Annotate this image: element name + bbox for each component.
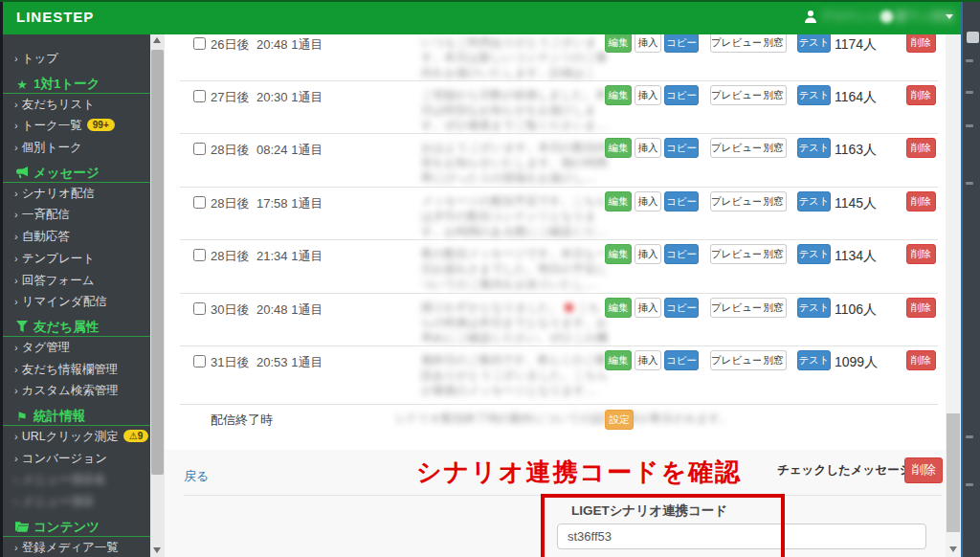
- sidebar-item-conversion[interactable]: ›コンバージョン: [3, 448, 150, 470]
- sidebar-item-masked-1[interactable]: ›メニュー項目名: [3, 469, 150, 491]
- edit-button[interactable]: 編集: [605, 298, 632, 318]
- edit-button[interactable]: 編集: [605, 191, 632, 212]
- copy-button[interactable]: コピー: [664, 298, 699, 318]
- set-button[interactable]: 設定: [605, 410, 634, 430]
- insert-button[interactable]: 挿入: [635, 244, 661, 264]
- recipient-count: 1145人: [835, 195, 877, 212]
- message-preview-masked: 残りわずかとなりました。 こちらの特典は本日までとなります。お早めにご確認くださ…: [421, 300, 609, 345]
- new-window-button[interactable]: 別窓: [761, 191, 787, 212]
- row-checkbox[interactable]: [193, 37, 206, 50]
- edit-button[interactable]: 編集: [605, 85, 632, 105]
- insert-button[interactable]: 挿入: [635, 138, 661, 158]
- insert-button[interactable]: 挿入: [635, 298, 661, 318]
- delete-button[interactable]: 削除: [906, 298, 936, 318]
- preview-button[interactable]: プレビュー: [710, 298, 762, 318]
- new-window-button[interactable]: 別窓: [761, 34, 787, 53]
- row-checkbox[interactable]: [193, 143, 206, 155]
- sidebar-item-url-click-measure[interactable]: ›URLクリック測定⚠9: [3, 426, 150, 448]
- test-button[interactable]: テスト: [797, 85, 831, 105]
- sidebar-item-talk-list[interactable]: ›トーク一覧99+: [3, 115, 150, 137]
- sidebar-item-masked-2[interactable]: ›メニュー項目: [3, 491, 150, 513]
- copy-button[interactable]: コピー: [664, 34, 699, 53]
- edit-button[interactable]: 編集: [605, 34, 632, 53]
- edit-button[interactable]: 編集: [605, 244, 632, 264]
- sidebar-item-friend-list[interactable]: ›友だちリスト: [3, 94, 150, 116]
- new-window-button[interactable]: 別窓: [761, 138, 787, 158]
- new-window-button[interactable]: 別窓: [761, 85, 787, 105]
- sidebar-item-registered-media[interactable]: ›登録メディア一覧: [3, 537, 150, 557]
- preview-button[interactable]: プレビュー: [710, 350, 762, 370]
- copy-button[interactable]: コピー: [664, 191, 699, 212]
- copy-button[interactable]: コピー: [664, 350, 699, 370]
- window-top-edge: [0, 0, 980, 2]
- delete-button[interactable]: 削除: [906, 34, 936, 53]
- copy-button[interactable]: コピー: [664, 244, 699, 264]
- user-name-masked: アカウント名 様: [821, 9, 906, 25]
- sidebar-item-custom-search-management[interactable]: ›カスタム検索管理: [3, 380, 150, 402]
- row-checkbox[interactable]: [193, 355, 206, 368]
- delivery-end-masked: シナリオ配信終了時の動作についての設定内容が表示されます。: [394, 411, 748, 427]
- scroll-down-arrow-icon[interactable]: [153, 547, 161, 553]
- preview-button[interactable]: プレビュー: [710, 191, 762, 212]
- sidebar-item-top[interactable]: ›トップ: [3, 48, 150, 70]
- annotation-text: シナリオ連携コードを確認: [416, 456, 742, 489]
- sidebar-item-bulk-delivery[interactable]: ›一斉配信: [3, 204, 150, 226]
- back-link[interactable]: 戻る: [184, 468, 209, 485]
- insert-button[interactable]: 挿入: [635, 191, 661, 212]
- test-button[interactable]: テスト: [797, 298, 831, 318]
- preview-button[interactable]: プレビュー: [710, 34, 762, 53]
- scroll-down-arrow-icon[interactable]: [949, 546, 957, 552]
- new-window-button[interactable]: 別窓: [761, 244, 787, 264]
- delete-button[interactable]: 削除: [906, 244, 936, 264]
- sidebar-item-answer-form[interactable]: ›回答フォーム: [3, 270, 150, 292]
- insert-button[interactable]: 挿入: [635, 85, 661, 105]
- new-window-button[interactable]: 別窓: [761, 298, 787, 318]
- insert-button[interactable]: 挿入: [635, 34, 661, 53]
- recipient-count: 1106人: [835, 301, 877, 319]
- new-window-button[interactable]: 別窓: [761, 350, 787, 370]
- delete-button[interactable]: 削除: [906, 138, 936, 158]
- sidebar-item-reminder-delivery[interactable]: ›リマインダ配信: [3, 291, 150, 313]
- test-button[interactable]: テスト: [797, 138, 831, 158]
- test-button[interactable]: テスト: [797, 191, 831, 212]
- sidebar-section-message: メッセージ: [3, 159, 150, 183]
- test-button[interactable]: テスト: [797, 34, 831, 53]
- sidebar-item-individual-talk[interactable]: ›個別トーク: [3, 137, 150, 159]
- row-checkbox[interactable]: [193, 302, 206, 315]
- row-checkbox[interactable]: [193, 196, 206, 209]
- sidebar-scrollbar-thumb[interactable]: [151, 50, 164, 475]
- delivery-end-label: 配信終了時: [211, 412, 273, 429]
- table-row: 31日後 20:53 1通目 最終日のご案内です。長らくのご愛読ありがとうござい…: [165, 354, 946, 406]
- test-button[interactable]: テスト: [797, 244, 831, 264]
- sidebar-item-scenario-delivery[interactable]: ›シナリオ配信: [3, 183, 150, 205]
- delete-button[interactable]: 削除: [906, 350, 936, 370]
- megaphone-icon: [14, 165, 30, 184]
- preview-button[interactable]: プレビュー: [710, 244, 762, 264]
- sidebar-item-auto-reply[interactable]: ›自動応答: [3, 226, 150, 248]
- sidebar-item-tag-management[interactable]: ›タグ管理: [3, 337, 150, 359]
- delete-button[interactable]: 削除: [906, 191, 936, 212]
- sidebar-item-friend-info-management[interactable]: ›友だち情報欄管理: [3, 359, 150, 381]
- sidebar-scrollbar[interactable]: [150, 34, 165, 557]
- sidebar-item-template[interactable]: ›テンプレート: [3, 248, 150, 270]
- row-checkbox[interactable]: [193, 90, 206, 102]
- preview-button[interactable]: プレビュー: [710, 138, 762, 158]
- folder-icon: [14, 519, 30, 538]
- edit-button[interactable]: 編集: [605, 138, 632, 158]
- delete-button[interactable]: 削除: [906, 85, 936, 105]
- copy-button[interactable]: コピー: [664, 138, 699, 158]
- checked-messages-label: チェックしたメッセージを: [777, 457, 924, 483]
- test-button[interactable]: テスト: [797, 350, 831, 370]
- insert-button[interactable]: 挿入: [635, 350, 661, 370]
- scroll-up-arrow-icon[interactable]: [153, 37, 161, 43]
- page-scrollbar-thumb[interactable]: [947, 413, 960, 532]
- delete-checked-button[interactable]: 削除: [904, 457, 943, 483]
- preview-button[interactable]: プレビュー: [710, 85, 762, 105]
- row-checkbox[interactable]: [193, 249, 206, 261]
- edit-button[interactable]: 編集: [605, 350, 632, 370]
- recipient-count: 1164人: [835, 89, 877, 106]
- page-scrollbar[interactable]: [946, 34, 961, 557]
- copy-button[interactable]: コピー: [664, 85, 699, 105]
- background-window-scroll-button: [967, 32, 979, 43]
- scenario-code-input[interactable]: [557, 524, 926, 549]
